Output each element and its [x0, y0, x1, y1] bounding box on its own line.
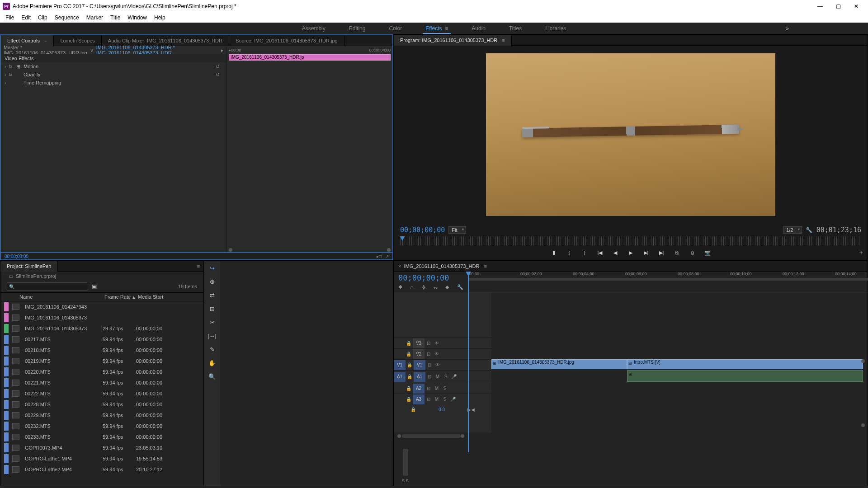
slip-tool-icon[interactable]: |↔| — [208, 331, 217, 340]
timeline-scrollbar[interactable] — [394, 432, 868, 440]
rate-stretch-tool-icon[interactable]: ⊟ — [208, 304, 217, 313]
voiceover-icon[interactable]: 🎤 — [450, 374, 458, 379]
tab-lumetri-scopes[interactable]: Lumetri Scopes — [54, 35, 101, 46]
add-button-icon[interactable]: + — [859, 249, 863, 256]
scroll-handle-left[interactable] — [229, 248, 232, 252]
project-search-input[interactable]: 🔍 — [7, 282, 88, 291]
ec-ruler[interactable]: ▸00;0000;00;04;00 — [227, 46, 392, 54]
source-a1[interactable]: A1 — [394, 372, 406, 382]
col-media-start[interactable]: Media Start — [138, 294, 179, 300]
hand-tool-icon[interactable]: ✋ — [208, 358, 217, 367]
track-scroll-a[interactable] — [861, 423, 865, 427]
wrench-icon[interactable]: 🔧 — [457, 284, 463, 291]
pen-tool-icon[interactable]: ✎ — [208, 345, 217, 354]
minimize-button[interactable]: — — [811, 0, 829, 13]
ec-keyframe-area[interactable]: ▸00;0000;00;04;00 IMG_20161106_014305373… — [227, 46, 392, 252]
workspace-overflow-icon[interactable]: » — [786, 25, 789, 32]
timeline-clip-intro-a[interactable]: ⊞ — [627, 370, 863, 382]
reset-icon[interactable]: ↺ — [216, 64, 223, 70]
step-forward-icon[interactable]: ▶| — [642, 249, 650, 256]
solo-icon[interactable]: S — [442, 374, 450, 379]
ec-foot-icon1[interactable]: ▸□ — [377, 254, 382, 259]
menu-sequence[interactable]: Sequence — [51, 13, 83, 23]
selection-tool-icon[interactable]: ↪ — [208, 263, 217, 272]
workspace-audio[interactable]: Audio — [469, 23, 488, 34]
go-prev-icon[interactable]: |◀ — [596, 249, 604, 256]
track-select-tool-icon[interactable]: ⊕ — [208, 277, 217, 286]
lift-icon[interactable]: ⎘ — [673, 249, 680, 256]
workspace-menu-icon[interactable]: ≡ — [442, 25, 448, 32]
project-row[interactable]: IMG_20161106_01430537329.97 fps00;00;00;… — [0, 323, 203, 334]
mark-in-icon[interactable]: ▮ — [550, 249, 557, 256]
mute-icon[interactable]: M — [434, 374, 442, 379]
ec-foot-icon2[interactable]: ↗ — [385, 254, 389, 259]
zoom-fit-dropdown[interactable]: Fit — [448, 226, 466, 234]
workspace-color[interactable]: Color — [386, 23, 405, 34]
menu-file[interactable]: File — [2, 13, 18, 23]
snap-icon[interactable]: ✱ — [398, 284, 405, 291]
workspace-editing[interactable]: Editing — [346, 23, 368, 34]
lock-icon[interactable]: 🔒 — [405, 341, 413, 346]
project-row[interactable]: 00220.MTS59.94 fps00:00:00:00 — [0, 366, 203, 377]
project-row[interactable]: 00218.MTS59.94 fps00:00:00:00 — [0, 345, 203, 356]
zoom-tool-icon[interactable]: 🔍 — [208, 372, 217, 381]
project-row[interactable]: IMG_20161106_014247943 — [0, 301, 203, 312]
lock-all-icon[interactable]: 🔒 — [410, 407, 416, 412]
project-row[interactable]: 00219.MTS59.94 fps00:00:00:00 — [0, 356, 203, 366]
extract-icon[interactable]: ⎙ — [689, 249, 696, 256]
project-row[interactable]: GOPR0073.MP459.94 fps23:05:03:10 — [0, 442, 203, 453]
workspace-titles[interactable]: Titles — [506, 23, 524, 34]
timeline-clip-intro-v[interactable]: Intro.MTS [V] — [627, 359, 863, 369]
panel-menu-icon[interactable]: ≡ — [484, 263, 486, 269]
panel-menu-icon[interactable]: ≡ — [502, 38, 505, 43]
project-row[interactable]: 00222.MTS59.94 fps00:00:00:00 — [0, 388, 203, 399]
project-row[interactable]: 00228.MTS59.94 fps00:00:00:00 — [0, 399, 203, 410]
menu-window[interactable]: Window — [124, 13, 151, 23]
menu-edit[interactable]: Edit — [18, 13, 34, 23]
ec-row-motion[interactable]: ›fx⊞Motion↺ — [1, 62, 226, 70]
maximize-button[interactable]: ▢ — [829, 0, 847, 13]
timeline-track-area[interactable]: IMG_20161106_014305373_HDR.jpg Intro.MTS… — [491, 292, 868, 432]
project-row[interactable]: 00229.MTS59.94 fps00:00:00:00 — [0, 410, 203, 421]
workspace-libraries[interactable]: Libraries — [542, 23, 569, 34]
track-a3[interactable]: 🔒A3⊡MS🎤 — [394, 394, 491, 404]
project-list[interactable]: IMG_20161106_014247943IMG_20161106_01430… — [0, 301, 203, 486]
col-name[interactable]: Name — [0, 294, 104, 300]
workspace-assembly[interactable]: Assembly — [299, 23, 328, 34]
source-v1[interactable]: V1 — [394, 360, 406, 370]
new-bin-icon[interactable]: ▣ — [92, 283, 97, 290]
project-row[interactable]: 00217.MTS59.94 fps00:00:00:00 — [0, 334, 203, 345]
play-icon[interactable]: ▶ — [627, 249, 634, 256]
project-row[interactable]: 00232.MTS59.94 fps00:00:00:00 — [0, 421, 203, 432]
timeline-sequence-tab[interactable]: IMG_20161106_014305373_HDR — [404, 263, 479, 269]
col-frame-rate[interactable]: Frame Rate▴ — [104, 294, 138, 300]
menu-title[interactable]: Title — [107, 13, 124, 23]
mark-out-left-icon[interactable]: { — [566, 249, 573, 256]
step-back-icon[interactable]: ◀ — [612, 249, 619, 256]
ec-clip-bar[interactable]: IMG_20161106_014305373_HDR.jp — [229, 54, 391, 61]
timeline-clip-img[interactable]: IMG_20161106_014305373_HDR.jpg — [491, 359, 627, 369]
ec-timecode[interactable]: 00;00;00;00 — [5, 254, 28, 259]
program-timecode-left[interactable]: 00;00;00;00 — [400, 226, 445, 234]
linked-selection-icon[interactable]: ∩ — [410, 284, 416, 291]
menu-marker[interactable]: Marker — [83, 13, 107, 23]
menu-clip[interactable]: Clip — [34, 13, 51, 23]
ripple-tool-icon[interactable]: ⇄ — [208, 291, 217, 300]
program-video-area[interactable] — [394, 46, 868, 224]
track-v3[interactable]: 🔒V3⊡👁 — [394, 338, 491, 348]
tab-audio-mixer[interactable]: Audio Clip Mixer: IMG_20161106_014305373… — [102, 35, 229, 46]
razor-tool-icon[interactable]: ✂ — [208, 318, 217, 327]
timeline-timecode[interactable]: 00;00;00;00 — [398, 273, 463, 282]
marker-icon[interactable]: ᚗ — [434, 284, 440, 291]
panel-menu-icon[interactable]: ≡ — [197, 263, 200, 269]
eye-icon[interactable]: 👁 — [433, 341, 441, 346]
ec-row-opacity[interactable]: ›fxOpacity↺ — [1, 70, 226, 79]
export-frame-icon[interactable]: 📷 — [704, 249, 711, 256]
mark-out-right-icon[interactable]: } — [581, 249, 588, 256]
go-next-icon[interactable]: ▶| — [658, 249, 665, 256]
marker-add-icon[interactable]: ᚖ — [422, 284, 428, 291]
settings-wrench-icon[interactable]: 🔧 — [806, 227, 813, 233]
track-v2[interactable]: 🔒V2⊡👁 — [394, 348, 491, 359]
tab-project[interactable]: Project: SlimlinePen — [0, 261, 58, 272]
program-scrubber[interactable] — [400, 236, 861, 245]
